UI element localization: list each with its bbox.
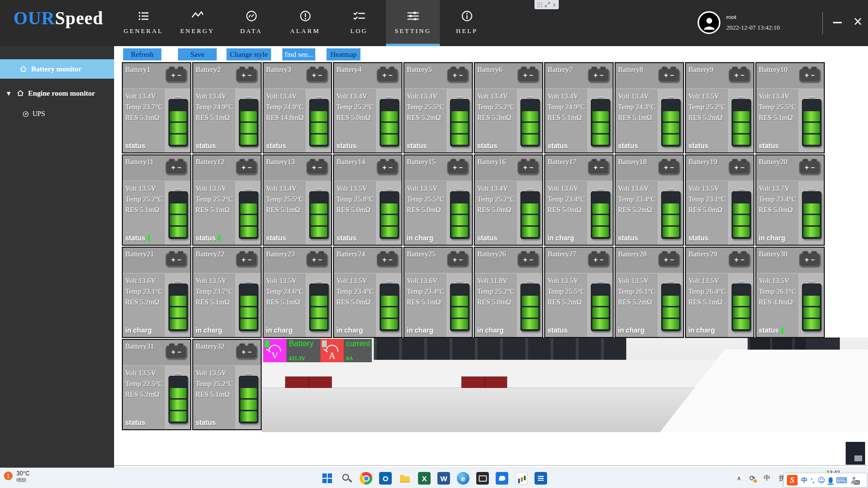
sidebar-item-battery-monitor[interactable]: Battery monitor: [0, 59, 114, 79]
battery-card[interactable]: Battery4 +− Volt 13.4V Temp 25.2°C RES 5…: [333, 62, 402, 153]
battery-status: status: [759, 326, 784, 334]
battery-temp: Temp 24.9°C: [196, 101, 238, 112]
battery-volt: Volt 13.5V: [266, 275, 309, 286]
battery-card[interactable]: Battery2 +− Volt 13.4V Temp 24.9°C RES 5…: [192, 62, 262, 153]
battery-card[interactable]: Battery17 +− Volt 13.6V Temp 23.4°C RES …: [544, 154, 614, 246]
battery-volt: Volt 13.4V: [266, 183, 309, 194]
hidden-icons-caret[interactable]: ∧: [737, 475, 741, 482]
battery-volt: Volt 13.6V: [618, 183, 661, 194]
search-taskbar-icon[interactable]: [340, 472, 353, 485]
folder-taskbar-icon[interactable]: [399, 472, 411, 485]
start-taskbar-icon[interactable]: [321, 472, 334, 485]
battery-card[interactable]: Battery27 +− Volt 13.5V Temp 25.5°C RES …: [544, 247, 614, 338]
tab-help[interactable]: HELP: [440, 0, 494, 46]
battery-terminals-icon: +−: [447, 68, 468, 82]
tab-setting[interactable]: SETTING: [386, 0, 440, 46]
window-dock-widget[interactable]: ∨: [534, 0, 559, 9]
find-sensor-button[interactable]: find sen...: [282, 48, 316, 61]
battery-card[interactable]: Battery10 +− Volt 13.4V Temp 25.5°C RES …: [755, 62, 825, 153]
battery-card[interactable]: Battery12 +− Volt 13.5V Temp 25.2°C RES …: [192, 154, 262, 246]
sidebar-item-ups[interactable]: UPS: [0, 107, 114, 121]
battery-temp: Temp 23.4°C: [618, 194, 661, 204]
battery-card[interactable]: Battery31 +− Volt 13.5V Temp 22.5°C RES …: [122, 339, 191, 430]
user-block: root 2022-12-07 13:42:10: [698, 11, 780, 34]
battery-card[interactable]: Battery26 +− Volt 11.8V Temp 25.2°C RES …: [474, 247, 543, 338]
edge-taskbar-icon[interactable]: [457, 472, 469, 485]
battery-card[interactable]: Battery24 +− Volt 13.5V Temp 23.4°C RES …: [333, 247, 402, 338]
battery-card[interactable]: Battery25 +− Volt 13.6V Temp 23.4°C RES …: [403, 247, 473, 338]
chrome-taskbar-icon[interactable]: [360, 472, 372, 485]
app-taskbar-icon[interactable]: [534, 472, 547, 485]
change-style-button[interactable]: Change style: [226, 48, 271, 61]
ime-lang-toggle[interactable]: 中: [801, 476, 807, 485]
ammeter-widget[interactable]: A current 0A: [320, 339, 372, 362]
user-account-icon[interactable]: 10: [851, 477, 857, 484]
sidebar-item-engine-room-monitor[interactable]: ▼ Engine room monitor: [0, 85, 114, 101]
battery-card[interactable]: Battery7 +− Volt 13.4V Temp 24.9°C RES 5…: [544, 62, 614, 153]
battery-card[interactable]: Battery3 +− Volt 13.4V Temp 24.9°C RES 1…: [263, 62, 332, 153]
battery-card[interactable]: Battery18 +− Volt 13.6V Temp 23.4°C RES …: [615, 154, 684, 246]
save-button[interactable]: Save: [178, 48, 217, 61]
tab-energy[interactable]: ENERGY: [170, 0, 224, 46]
minimize-button[interactable]: [833, 22, 842, 23]
battery-card[interactable]: Battery15 +− Volt 13.5V Temp 25.5°C RES …: [403, 154, 473, 246]
battery-card[interactable]: Battery9 +− Volt 13.5V Temp 25.2°C RES 5…: [685, 62, 754, 153]
battery-card[interactable]: Battery6 +− Volt 13.4V Temp 25.2°C RES 5…: [474, 62, 543, 153]
battery-card[interactable]: Battery11 +− Volt 13.5V Temp 25.2°C RES …: [122, 154, 191, 246]
messenger-taskbar-icon[interactable]: [496, 472, 508, 485]
battery-volt: Volt 13.5V: [336, 183, 379, 194]
sync-icon[interactable]: ⟳: [749, 474, 755, 483]
battery-card[interactable]: Battery19 +− Volt 13.5V Temp 23.1°C RES …: [685, 154, 754, 246]
weather-widget[interactable]: 1 30°C 晴朗: [4, 470, 30, 484]
snipping-taskbar-icon[interactable]: [476, 472, 489, 485]
battery-volt: Volt 13.4V: [125, 91, 168, 101]
heatmap-button[interactable]: Heatmap: [326, 48, 361, 61]
battery-card[interactable]: Battery13 +− Volt 13.4V Temp 25.5°C RES …: [263, 154, 332, 246]
battery-card[interactable]: Battery14 +− Volt 13.5V Temp 25.8°C RES …: [333, 154, 402, 246]
battery-card[interactable]: Battery23 +− Volt 13.5V Temp 24.6°C RES …: [263, 247, 332, 338]
horizontal-scroll-track[interactable]: [114, 465, 868, 466]
battery-card[interactable]: Battery8 +− Volt 13.4V Temp 24.3°C RES 5…: [615, 62, 684, 153]
battery-terminals-icon: +−: [306, 68, 328, 82]
close-button[interactable]: ×: [853, 16, 863, 27]
battery-card[interactable]: Battery16 +− Volt 13.4V Temp 25.2°C RES …: [474, 154, 543, 246]
battery-volt: Volt 13.4V: [618, 91, 661, 101]
battery-card[interactable]: Battery30 +− Volt 13.5V Temp 26.1°C RES …: [755, 247, 825, 338]
battery-level-panel: [165, 181, 190, 245]
voltmeter-widget[interactable]: V Battery 431.3V: [263, 339, 320, 362]
battery-card[interactable]: Battery1 +− Volt 13.4V Temp 23.7°C RES 5…: [122, 62, 191, 153]
battery-level-icon: [309, 96, 329, 147]
emoji-icon[interactable]: ☺: [818, 476, 825, 485]
battery-status: status: [196, 234, 220, 242]
excel-taskbar-icon[interactable]: [418, 472, 431, 485]
battery-temp: Temp 25.2°C: [477, 101, 520, 112]
battery-card[interactable]: Battery28 +− Volt 13.5V Temp 26.1°C RES …: [615, 247, 684, 338]
caret-down-icon: ▼: [7, 91, 11, 96]
status-indicator: [781, 327, 784, 334]
stocks-taskbar-icon[interactable]: [515, 472, 528, 485]
tab-data[interactable]: DATA: [224, 0, 278, 46]
battery-card[interactable]: Battery5 +− Volt 13.4V Temp 25.5°C RES 5…: [403, 62, 473, 153]
refresh-button[interactable]: Refresh: [123, 48, 162, 61]
battery-card[interactable]: Battery21 +− Volt 13.6V Temp 23.1°C RES …: [122, 247, 191, 338]
battery-card[interactable]: Battery22 +− Volt 13.5V Temp 23.7°C RES …: [192, 247, 262, 338]
microphone-icon[interactable]: [829, 477, 833, 483]
outlook-taskbar-icon[interactable]: [379, 472, 392, 485]
battery-card[interactable]: Battery29 +− Volt 13.5V Temp 26.4°C RES …: [685, 247, 754, 338]
battery-res: RES 14.8mΩ: [266, 112, 309, 123]
sogou-logo-icon[interactable]: S: [787, 475, 798, 486]
punctuation-toggle[interactable]: ’,: [811, 477, 814, 484]
word-taskbar-icon[interactable]: [437, 472, 450, 485]
battery-card[interactable]: Battery32 +− Volt 13.5V Temp 25.2°C RES …: [192, 339, 262, 430]
battery-res: RES 5.1mΩ: [125, 112, 168, 123]
language-indicator[interactable]: 中: [764, 474, 770, 483]
battery-card[interactable]: Battery20 +− Volt 13.7V Temp 23.4°C RES …: [755, 154, 825, 246]
corner-camera-widget[interactable]: [846, 442, 865, 465]
tab-general[interactable]: GENERAL: [117, 0, 170, 46]
tab-alarm[interactable]: ALARM: [278, 0, 332, 46]
home-icon: [19, 65, 27, 73]
battery-res: RES 5.1mΩ: [196, 204, 238, 215]
keyboard-icon[interactable]: ⌨: [836, 476, 847, 485]
battery-res: RES 5.3mΩ: [477, 112, 520, 123]
tab-log[interactable]: LOG: [332, 0, 386, 46]
